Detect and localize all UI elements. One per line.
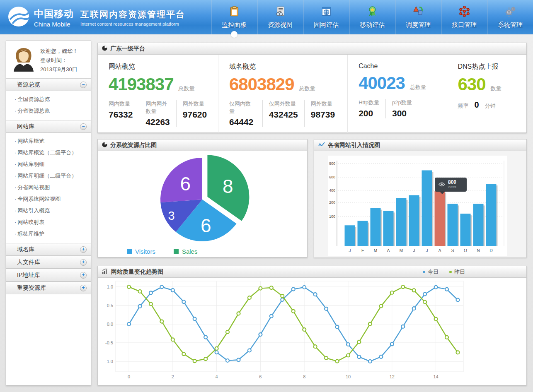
nav-item-调度管理[interactable]: 调度管理 bbox=[395, 0, 441, 34]
pie-legend-item-Sales[interactable]: Sales bbox=[174, 248, 198, 255]
bar-O-9[interactable] bbox=[460, 214, 471, 246]
nav-item-label: 资源视图 bbox=[268, 21, 293, 29]
bar-y-tick: 200 bbox=[329, 200, 335, 204]
nav-item-固网评估[interactable]: 固网评估 bbox=[303, 0, 349, 34]
sidebar-section-title: 域名库 bbox=[17, 246, 34, 253]
brand-name-cn: 中国移动 bbox=[34, 7, 74, 20]
bar-D-11[interactable] bbox=[486, 184, 497, 246]
sidebar-item-分省网站视图[interactable]: 分省网站视图 bbox=[6, 182, 91, 193]
line-panel-header: 网站质量变化趋势图 今日昨日 bbox=[98, 266, 526, 278]
expand-icon[interactable]: + bbox=[80, 259, 87, 266]
expand-icon[interactable]: + bbox=[80, 272, 87, 279]
collapse-icon[interactable]: − bbox=[80, 82, 87, 88]
line-legend-item-今日[interactable]: 今日 bbox=[423, 268, 439, 276]
stat-sub-label: 网内数量 bbox=[109, 100, 133, 108]
line-curve-icon bbox=[318, 142, 325, 149]
sidebar-section-大文件库[interactable]: 大文件库+ bbox=[6, 256, 91, 269]
bar-N-10[interactable] bbox=[473, 204, 484, 246]
stats-panel-title: 广东一级平台 bbox=[110, 45, 145, 53]
nav-item-接口管理[interactable]: 接口管理 bbox=[441, 0, 487, 34]
bar-J-5[interactable] bbox=[409, 195, 419, 246]
stat-card-网站概览: 网站概览4193837总数量网内数量76332网内网外数量42263网外数量97… bbox=[98, 55, 218, 133]
sidebar-section-网站库[interactable]: 网站库− bbox=[6, 120, 91, 133]
stat-sub-value: 64442 bbox=[229, 117, 256, 127]
bar-S-8[interactable] bbox=[448, 204, 458, 246]
sidebar-item-全国资源总览[interactable]: 全国资源总览 bbox=[6, 94, 91, 105]
sidebar-section-IP地址库[interactable]: IP地址库+ bbox=[6, 269, 91, 281]
gears-icon bbox=[505, 6, 516, 19]
stat-sub-value: 98739 bbox=[311, 110, 335, 120]
sidebar-section-重要资源库[interactable]: 重要资源库+ bbox=[6, 281, 91, 294]
sidebar-item-全网系统网站视图[interactable]: 全网系统网站视图 bbox=[6, 193, 91, 205]
bar-y-tick: 100 bbox=[329, 214, 335, 219]
collapse-icon[interactable]: − bbox=[80, 123, 87, 130]
bar-x-label: A bbox=[439, 248, 441, 253]
bar-J-6[interactable] bbox=[422, 171, 432, 246]
stats-panel-header: 广东一级平台 bbox=[98, 43, 526, 55]
legend-marker bbox=[423, 271, 425, 273]
tooltip-unit: views bbox=[448, 185, 456, 189]
legend-marker bbox=[449, 271, 452, 273]
nav-item-系统管理[interactable]: 系统管理 bbox=[487, 0, 533, 34]
legend-swatch bbox=[127, 249, 132, 254]
legend-label: 今日 bbox=[428, 268, 439, 276]
bar-J-0[interactable] bbox=[345, 225, 355, 246]
logo: 中国移动 China Mobile 互联网内容资源管理平台 Internet c… bbox=[7, 5, 185, 29]
pie-legend-item-Visitors[interactable]: Visitors bbox=[127, 248, 155, 255]
bar-chart: 100200400600800JFMAMJJASOND bbox=[328, 156, 507, 256]
freq-value: 0 bbox=[475, 100, 479, 110]
bar-x-label: J bbox=[413, 248, 415, 253]
sidebar-item-网站映射表[interactable]: 网站映射表 bbox=[6, 216, 91, 228]
nav-item-移动评估[interactable]: 移动评估 bbox=[349, 0, 395, 34]
stat-card-title: Cache bbox=[359, 63, 446, 70]
sidebar-item-网站引入概览[interactable]: 网站引入概览 bbox=[6, 205, 91, 216]
bar-x-label: S bbox=[451, 248, 454, 253]
line-panel-title: 网站质量变化趋势图 bbox=[111, 268, 163, 276]
sidebar-item-网站库概览[interactable]: 网站库概览 bbox=[6, 135, 91, 147]
expand-icon[interactable]: + bbox=[80, 285, 87, 291]
stat-card-域名概览: 域名概览6803829总数量仅网内数量64442仅网外数量432425网外数量9… bbox=[218, 55, 347, 133]
shapes-icon bbox=[413, 6, 424, 19]
sidebar-section-域名库[interactable]: 域名库+ bbox=[6, 243, 91, 256]
sidebar-section-items: 全国资源总览分省资源总览 bbox=[6, 91, 91, 120]
stat-sub-label: 仅网外数量 bbox=[269, 100, 298, 108]
line-y-tick: 0.0 bbox=[107, 322, 113, 327]
stat-sub-value: 200 bbox=[359, 108, 379, 118]
nav-item-label: 系统管理 bbox=[498, 21, 523, 29]
bar-A-7[interactable] bbox=[435, 191, 445, 246]
bar-M-4[interactable] bbox=[396, 198, 407, 246]
nav-item-监控面板[interactable]: 监控面板 bbox=[211, 0, 257, 34]
globe-window-icon bbox=[321, 6, 332, 19]
bar-panel: 各省网站引入情况图 100200400600800JFMAMJJASOND 80… bbox=[314, 139, 527, 257]
sidebar-section-资源总览[interactable]: 资源总览− bbox=[6, 78, 91, 91]
pie-slice-label: 3 bbox=[168, 209, 175, 222]
bar-tooltip: 800 views bbox=[435, 178, 467, 192]
pie-panel-header: 分系统资源占比图 bbox=[98, 139, 307, 151]
stat-card-big-label: 总数量 bbox=[179, 85, 195, 92]
user-box: 欢迎您，魏华！ 登录时间： 2013年9月30日 bbox=[6, 41, 91, 78]
nav-item-资源视图[interactable]: 资源视图 bbox=[257, 0, 303, 34]
sidebar-item-网站库明细（二级平台）[interactable]: 网站库明细（二级平台） bbox=[6, 170, 91, 182]
sidebar-item-网站库概览（二级平台）[interactable]: 网站库概览（二级平台） bbox=[6, 147, 91, 159]
stat-card-big-value: 630 bbox=[458, 75, 486, 94]
eye-icon bbox=[439, 181, 445, 188]
bar-F-1[interactable] bbox=[358, 221, 368, 246]
bar-x-label: N bbox=[477, 248, 480, 253]
stat-sub-网外数量: 网外数量97620 bbox=[183, 100, 213, 127]
stat-sub-Http数量: Http数量200 bbox=[359, 99, 386, 118]
sidebar-item-网站库明细[interactable]: 网站库明细 bbox=[6, 159, 91, 170]
nav-item-label: 固网评估 bbox=[314, 21, 339, 29]
sidebar-sections: 资源总览−全国资源总览分省资源总览网站库−网站库概览网站库概览（二级平台）网站库… bbox=[6, 78, 91, 294]
expand-icon[interactable]: + bbox=[80, 246, 87, 253]
bar-M-2[interactable] bbox=[371, 208, 381, 246]
platform-title-cn: 互联网内容资源管理平台 bbox=[80, 9, 185, 20]
bar-x-label: F bbox=[361, 248, 364, 253]
line-legend-item-昨日[interactable]: 昨日 bbox=[449, 268, 465, 276]
bar-A-3[interactable] bbox=[383, 211, 394, 246]
welcome-text: 欢迎您，魏华！ bbox=[40, 47, 78, 56]
stat-sub-仅网外数量: 仅网外数量432425 bbox=[269, 100, 305, 127]
platform-title-en: Internet content resources management pl… bbox=[80, 22, 185, 26]
sidebar-item-标签库维护[interactable]: 标签库维护 bbox=[6, 228, 91, 240]
legend-label: 昨日 bbox=[454, 268, 465, 276]
sidebar-item-分省资源总览[interactable]: 分省资源总览 bbox=[6, 105, 91, 117]
